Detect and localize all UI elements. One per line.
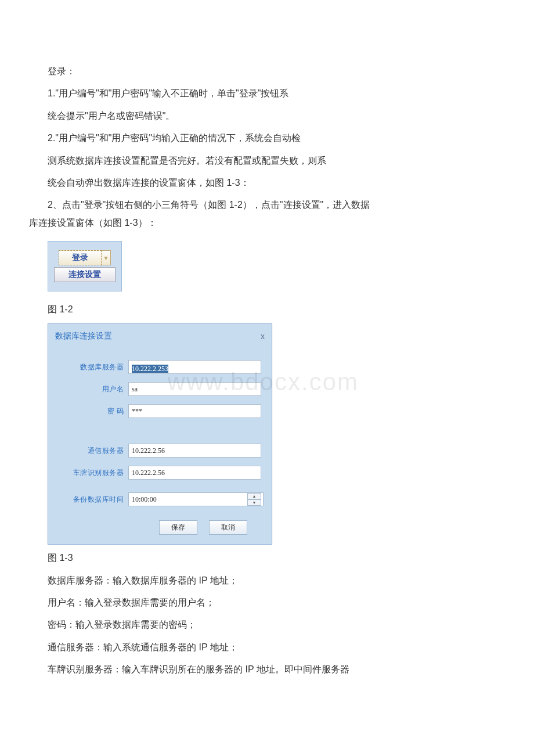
dropdown-arrow-icon[interactable]: ▼ xyxy=(102,250,111,265)
paragraph: 车牌识别服务器：输入车牌识别所在的服务器的 IP 地址。即中间件服务器 xyxy=(29,661,505,678)
paragraph: 密码：输入登录数据库需要的密码； xyxy=(29,616,505,633)
spinner-up-icon[interactable]: ▲ xyxy=(247,493,261,499)
paragraph: 2、点击"登录"按钮右侧的小三角符号（如图 1-2），点击"连接设置"，进入数据… xyxy=(29,196,505,232)
input-password[interactable] xyxy=(128,404,261,418)
label-comserver: 通信服务器 xyxy=(48,444,128,458)
close-icon[interactable]: x xyxy=(261,329,265,344)
paragraph: 2."用户编号"和"用户密码"均输入正确的情况下，系统会自动检 xyxy=(29,129,505,147)
input-username[interactable] xyxy=(128,382,261,396)
paragraph: 1."用户编号"和"用户密码"输入不正确时，单击"登录"按钮系 xyxy=(29,85,505,102)
label-password: 密 码 xyxy=(48,405,128,418)
time-spinner[interactable]: ▲ ▼ xyxy=(247,493,261,506)
paragraph: 统会自动弹出数据库连接的设置窗体，如图 1-3： xyxy=(29,174,505,192)
label-plateserver: 车牌识别服务器 xyxy=(48,466,128,480)
cancel-button[interactable]: 取消 xyxy=(209,520,247,535)
input-dbserver[interactable]: 10.222.2.253 xyxy=(128,360,261,374)
input-plateserver[interactable] xyxy=(128,466,261,480)
dialog-title: 数据库连接设置 xyxy=(55,329,112,344)
paragraph: 通信服务器：输入系统通信服务器的 IP 地址； xyxy=(29,639,505,656)
paragraph: 用户名：输入登录数据库需要的用户名； xyxy=(29,594,505,611)
paragraph: 统会提示"用户名或密码错误"。 xyxy=(29,107,505,125)
connection-settings-button[interactable]: 连接设置 xyxy=(54,267,116,282)
dialog-titlebar: 数据库连接设置 x xyxy=(48,324,272,349)
figure-caption: 图 1-3 xyxy=(29,549,505,567)
save-button[interactable]: 保存 xyxy=(159,520,197,535)
login-button[interactable]: 登录 xyxy=(59,250,102,265)
input-backuptime[interactable] xyxy=(128,492,264,506)
figure-caption: 图 1-2 xyxy=(29,301,505,318)
label-dbserver: 数据库服务器 xyxy=(48,361,128,374)
login-menu: 登录 ▼ 连接设置 xyxy=(48,241,122,291)
paragraph: 登录： xyxy=(29,63,505,80)
paragraph-line: 2、点击"登录"按钮右侧的小三角符号（如图 1-2），点击"连接设置"，进入数据 xyxy=(29,196,505,214)
db-settings-dialog: www.bdocx.com 数据库连接设置 x 数据库服务器 10.222.2.… xyxy=(48,323,272,545)
spinner-down-icon[interactable]: ▼ xyxy=(247,499,261,506)
paragraph: 数据库服务器：输入数据库服务器的 IP 地址； xyxy=(29,572,505,589)
input-comserver[interactable] xyxy=(128,444,261,458)
paragraph-line: 库连接设置窗体（如图 1-3）： xyxy=(29,218,157,228)
label-username: 用户名 xyxy=(48,383,128,396)
label-backuptime: 备份数据库时间 xyxy=(48,493,128,506)
paragraph: 测系统数据库连接设置配置是否完好。若没有配置或配置失败，则系 xyxy=(29,152,505,170)
